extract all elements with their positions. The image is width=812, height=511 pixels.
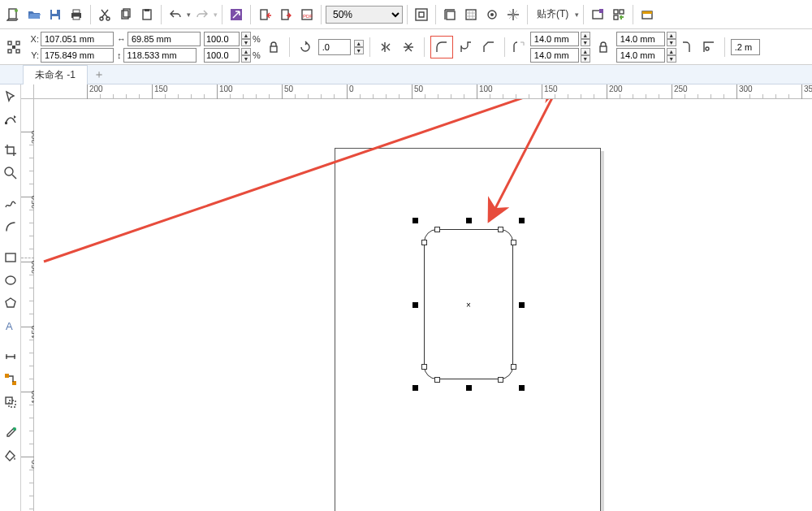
selection-handle[interactable] [466, 385, 472, 391]
chamfer-corner-button[interactable] [479, 37, 499, 57]
scale-x-down[interactable]: ▼ [241, 39, 251, 46]
options-button[interactable] [588, 5, 607, 24]
rot-down[interactable]: ▼ [354, 47, 364, 54]
eyedropper-tool[interactable] [2, 424, 19, 442]
pick-tool[interactable] [2, 88, 19, 106]
new-tab-button[interactable]: ＋ [91, 67, 107, 82]
copy-button[interactable] [116, 5, 136, 24]
selection-handle[interactable] [412, 302, 418, 308]
search-content-button[interactable] [227, 5, 246, 24]
rectangle-tool[interactable] [2, 249, 19, 266]
import-button[interactable] [255, 5, 274, 24]
shape-tool[interactable] [2, 110, 19, 128]
zoom-select[interactable]: 50% [326, 6, 403, 24]
relative-corner-button[interactable] [699, 37, 719, 57]
object-origin-button[interactable] [3, 33, 24, 61]
fill-tool[interactable] [2, 447, 19, 465]
paste-button[interactable] [137, 5, 157, 24]
tl-up[interactable]: ▲ [581, 32, 590, 39]
mirror-v-button[interactable] [399, 37, 418, 57]
publish-pdf-button[interactable]: PDF [297, 5, 317, 24]
artistic-media-tool[interactable] [2, 218, 19, 236]
redo-button[interactable] [192, 5, 212, 24]
position-group: X: Y: [28, 32, 114, 63]
selection-handle[interactable] [519, 302, 525, 308]
rotation-input[interactable] [318, 39, 351, 55]
undo-button[interactable] [166, 5, 185, 24]
corner-node[interactable] [434, 377, 440, 383]
br-up[interactable]: ▲ [667, 48, 676, 55]
rot-up[interactable]: ▲ [354, 40, 364, 47]
tr-down[interactable]: ▼ [667, 39, 676, 46]
text-tool[interactable]: A [2, 317, 19, 335]
show-rulers-button[interactable] [440, 5, 460, 24]
document-tab[interactable]: 未命名 -1 [23, 65, 88, 84]
scale-x-input[interactable] [204, 32, 240, 46]
scale-y-input[interactable] [204, 48, 240, 63]
zoom-tool[interactable] [2, 164, 19, 182]
new-doc-button[interactable] [3, 5, 23, 24]
corner-node[interactable] [511, 240, 516, 245]
ruler-v-tick: 250 [21, 197, 34, 197]
export-button[interactable] [276, 5, 296, 24]
br-down[interactable]: ▼ [667, 55, 676, 63]
fullscreen-button[interactable] [412, 5, 431, 24]
round-corner-button[interactable] [432, 37, 451, 57]
corner-node[interactable] [511, 364, 516, 370]
corner-node[interactable] [498, 377, 503, 383]
scale-y-down[interactable]: ▼ [241, 55, 251, 63]
x-position-input[interactable] [41, 32, 114, 46]
crop-tool[interactable] [2, 141, 19, 159]
y-position-input[interactable] [41, 48, 114, 63]
tl-down[interactable]: ▼ [581, 39, 590, 46]
bl-up[interactable]: ▲ [581, 48, 590, 55]
connector-tool[interactable] [2, 370, 19, 388]
width-input[interactable] [127, 32, 201, 46]
outline-width-input[interactable] [731, 39, 760, 55]
horizontal-ruler[interactable]: 20015010050050100150200250300350 [34, 84, 812, 99]
freehand-tool[interactable] [2, 195, 19, 213]
selection-handle[interactable] [412, 218, 418, 223]
vertical-ruler[interactable]: 30025020015010050 [21, 99, 34, 511]
show-guides-button[interactable] [482, 5, 502, 24]
scale-y-up[interactable]: ▲ [241, 48, 251, 55]
scallop-corner-button[interactable] [456, 37, 476, 57]
ruler-origin[interactable] [21, 84, 34, 99]
mirror-h-button[interactable] [376, 37, 395, 57]
ellipse-tool[interactable] [2, 271, 19, 289]
cut-button[interactable] [95, 5, 114, 24]
snap-menu[interactable]: 贴齐(T) [532, 7, 573, 21]
launch-button[interactable] [609, 5, 628, 24]
corner-tl-input[interactable] [530, 32, 579, 46]
ruler-h-tick: 350 [801, 84, 812, 99]
selection-handle[interactable] [519, 385, 525, 391]
canvas-area[interactable]: 20015010050050100150200250300350 3002502… [21, 84, 812, 511]
height-input[interactable] [123, 48, 197, 63]
corner-bl-input[interactable] [530, 48, 579, 63]
lock-ratio-button[interactable] [264, 37, 283, 57]
corner-node[interactable] [421, 240, 427, 245]
dimension-tool[interactable] [2, 348, 19, 366]
app-button[interactable] [637, 5, 657, 24]
corner-br-input[interactable] [616, 48, 665, 63]
corner-node[interactable] [498, 227, 503, 232]
selection-handle[interactable] [412, 385, 418, 391]
show-grid-button[interactable] [461, 5, 481, 24]
corner-node[interactable] [434, 227, 440, 232]
canvas[interactable]: × [34, 99, 812, 511]
polygon-tool[interactable] [2, 294, 19, 312]
corner-tr-input[interactable] [616, 32, 665, 46]
open-button[interactable] [24, 5, 44, 24]
print-button[interactable] [67, 5, 86, 24]
selection-handle[interactable] [519, 218, 525, 223]
dynamic-guides-button[interactable] [503, 5, 523, 24]
corner-node[interactable] [421, 364, 427, 370]
bl-down[interactable]: ▼ [581, 55, 590, 63]
tr-up[interactable]: ▲ [667, 32, 676, 39]
svg-point-48 [13, 427, 16, 431]
selection-handle[interactable] [466, 218, 472, 223]
save-button[interactable] [45, 5, 65, 24]
lock-corners-button[interactable] [594, 37, 613, 57]
effects-tool[interactable] [2, 393, 19, 411]
scale-x-up[interactable]: ▲ [241, 32, 251, 39]
